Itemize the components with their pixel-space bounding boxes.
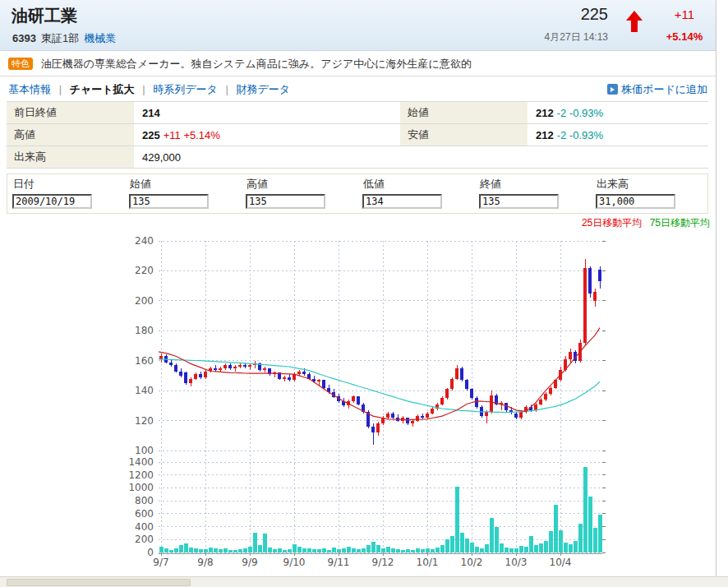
svg-text:180: 180 [135,325,154,336]
stock-title: 油研工業 [12,5,77,27]
value-open: 212-2 -0.93% [528,107,708,119]
svg-text:9/10: 9/10 [283,557,306,568]
svg-text:1200: 1200 [128,469,154,481]
nav-tab-basic[interactable]: 基本情報 [8,83,51,95]
svg-text:10/2: 10/2 [461,557,483,568]
col-header-volume: 出来高 [591,177,707,192]
legend-ma25: 25日移動平均 [582,217,642,229]
value-prev-close: 214 [134,107,400,119]
col-header-date: 日付 [7,177,124,192]
svg-text:1400: 1400 [128,456,154,468]
svg-text:9/8: 9/8 [197,557,213,568]
label-prev-close: 前日終値 [7,102,134,123]
add-to-board-icon[interactable] [607,84,618,95]
volume-input[interactable] [596,194,675,209]
date-input[interactable] [12,194,92,209]
svg-text:0: 0 [147,547,154,558]
entry-header-row: 日付 始値 高値 低値 終値 出来高 [7,174,707,192]
col-header-low: 低値 [357,177,474,192]
svg-text:400: 400 [135,521,154,533]
label-volume: 出来高 [7,146,134,168]
value-volume: 429,000 [134,151,708,164]
legend-ma75: 75日移動平均 [650,217,710,229]
current-price: 225 [509,5,608,24]
summary-table: 前日終値 214 始値 212-2 -0.93% 高値 225+11 +5.14… [7,101,708,169]
svg-text:240: 240 [135,235,154,247]
col-header-open: 始値 [124,177,241,192]
close-input[interactable] [479,194,559,209]
svg-text:140: 140 [135,385,154,396]
svg-text:200: 200 [135,534,154,545]
feature-badge: 特色 [8,58,33,70]
label-high: 高値 [7,124,134,146]
svg-text:800: 800 [135,495,154,506]
svg-text:10/4: 10/4 [550,557,572,568]
svg-text:9/11: 9/11 [328,557,350,568]
low-change: -2 -0.93% [557,129,603,141]
horizontal-scrollbar[interactable] [0,576,728,587]
low-input[interactable] [362,194,442,209]
page-right-border [716,0,716,576]
high-change: +11 +5.14% [164,129,220,141]
industry-link[interactable]: 機械業 [84,32,116,44]
stock-subline: 6393東証1部機械業 [12,31,116,46]
open-change: -2 -0.93% [557,107,603,119]
add-to-board-link[interactable]: 株価ボードに追加 [621,83,707,95]
value-low: 212-2 -0.93% [528,129,708,141]
nav-tab-financial[interactable]: 財務データ [236,83,290,95]
label-open: 始値 [400,102,528,123]
scrollbar-thumb[interactable] [7,579,191,586]
svg-text:10/3: 10/3 [505,557,528,568]
col-header-close: 終値 [474,177,591,192]
table-row: 高値 225+11 +5.14% 安値 212-2 -0.93% [7,124,708,146]
nav-tab-chart[interactable]: チャート拡大 [70,83,135,95]
nav-row: 基本情報 | チャート拡大 | 時系列データ | 財務データ 株価ボードに追加 [0,76,716,100]
quote-entry-table: 日付 始値 高値 低値 終値 出来高 [7,173,708,214]
stock-detail-page: 油研工業 6393東証1部機械業 225 4月27日 14:13 +11 +5.… [0,0,728,587]
svg-text:9/7: 9/7 [153,557,168,568]
nav-separator: | [59,83,62,95]
table-row: 前日終値 214 始値 212-2 -0.93% [7,102,708,124]
header-band: 油研工業 6393東証1部機械業 225 4月27日 14:13 +11 +5.… [0,0,716,51]
add-to-board[interactable]: 株価ボードに追加 [607,82,707,97]
up-arrow-icon [624,9,644,34]
quote-datetime: 4月27日 14:13 [493,30,608,44]
svg-text:120: 120 [135,415,154,427]
market-name: 東証1部 [41,32,79,44]
nav-tab-timeseries[interactable]: 時系列データ [153,83,218,95]
feature-row: 特色 油圧機器の専業総合メーカー。独自システム商品に強み。アジア中心に海外生産に… [0,52,716,76]
svg-text:100: 100 [135,445,154,456]
entry-input-row [7,193,707,209]
svg-text:200: 200 [135,295,154,307]
table-row: 出来高 429,000 [7,146,708,169]
price-change: +11 [656,7,713,21]
chart-legend: 25日移動平均 75日移動平均 [582,216,710,230]
feature-text: 油圧機器の専業総合メーカー。独自システム商品に強み。アジア中心に海外生産に意欲的 [41,58,472,70]
svg-text:9/9: 9/9 [242,557,257,568]
open-input[interactable] [129,194,209,209]
value-high: 225+11 +5.14% [134,129,400,141]
col-header-high: 高値 [241,177,357,192]
svg-text:10/1: 10/1 [417,557,439,568]
stock-chart: 9/79/89/99/109/119/1210/110/210/310/4240… [0,234,716,575]
svg-text:600: 600 [135,508,154,520]
svg-text:220: 220 [135,265,154,276]
stock-code: 6393 [12,32,36,44]
price-change-percent: +5.14% [656,30,713,43]
high-input[interactable] [246,194,325,209]
nav-separator: | [142,83,145,95]
svg-text:160: 160 [135,355,154,367]
svg-text:9/12: 9/12 [372,557,394,568]
label-low: 安値 [400,124,528,146]
nav-separator: | [225,83,228,95]
svg-text:1000: 1000 [128,482,154,493]
